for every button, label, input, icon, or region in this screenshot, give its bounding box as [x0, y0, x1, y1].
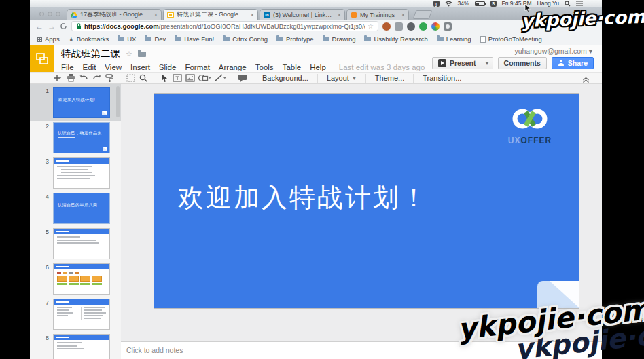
close-icon[interactable]: ×: [153, 12, 158, 18]
current-slide[interactable]: 欢迎加入特战计划！ UXOFFER: [154, 93, 579, 309]
apps-grid-icon: [37, 37, 42, 42]
zoom-icon[interactable]: [139, 73, 148, 83]
menu-help[interactable]: Help: [310, 63, 326, 71]
redo-icon[interactable]: [92, 73, 101, 83]
tab-title: 特战班第二课 - Google Sli: [177, 10, 247, 19]
bookmark-folder-dev[interactable]: Dev: [145, 35, 166, 43]
insert-line-icon[interactable]: [214, 73, 226, 83]
account-email[interactable]: yuhanguw@gmail.com ▾: [514, 47, 592, 55]
present-button[interactable]: Present: [432, 57, 482, 69]
thumbnail-slide-7[interactable]: [53, 299, 110, 330]
thumbnail-slide-5[interactable]: [53, 228, 110, 259]
slides-logo[interactable]: [30, 45, 54, 72]
spotlight-icon[interactable]: [565, 1, 571, 7]
play-icon: [438, 59, 446, 67]
bookmark-folder-citrix[interactable]: Citrix Config: [223, 35, 268, 43]
theme-button[interactable]: Theme...: [372, 74, 408, 82]
undo-icon[interactable]: [79, 73, 88, 83]
bookmark-folder-learning[interactable]: Learning: [437, 35, 471, 43]
menu-arrange[interactable]: Arrange: [219, 63, 247, 71]
present-dropdown[interactable]: ▼: [482, 57, 493, 69]
star-icon: ★: [69, 36, 74, 43]
menu-insert[interactable]: Insert: [130, 63, 150, 71]
menu-slide[interactable]: Slide: [159, 63, 177, 71]
slides-favicon: [167, 12, 174, 18]
bookmark-folder-usability[interactable]: Usability Research: [364, 35, 427, 43]
menu-tools[interactable]: Tools: [255, 63, 274, 71]
back-button[interactable]: ←: [35, 22, 43, 31]
bookmark-bookmarks[interactable]: ★Bookmarks: [69, 35, 109, 43]
share-button[interactable]: Share: [552, 57, 594, 69]
insert-shape-icon[interactable]: [198, 73, 211, 83]
menubar-app-icon[interactable]: g: [433, 1, 440, 7]
last-edit-status[interactable]: Last edit was 3 days ago: [339, 63, 425, 71]
sync-app-icon[interactable]: S: [490, 1, 497, 7]
text-box-icon[interactable]: [173, 73, 182, 83]
new-slide-button[interactable]: [53, 73, 62, 83]
tab-linkedin[interactable]: in (3) Welcome! | LinkedIn ×: [260, 9, 345, 20]
menu-view[interactable]: View: [105, 63, 122, 71]
move-folder-icon[interactable]: [138, 52, 146, 57]
address-bar[interactable]: https://docs.google.com/presentation/d/1…: [71, 21, 378, 31]
bookmark-folder-ux[interactable]: UX: [118, 35, 136, 43]
tab-my-trainings[interactable]: My Trainings ×: [346, 9, 409, 20]
tab-google-slides[interactable]: 特战班第二课 - Google Sli ×: [163, 9, 258, 20]
close-icon[interactable]: ×: [336, 12, 341, 18]
extension-icon-3[interactable]: [407, 22, 415, 31]
wifi-icon[interactable]: [445, 1, 452, 7]
bookmark-protogotomeeting[interactable]: ProtoGoToMeeting: [480, 35, 542, 43]
extension-icon-5[interactable]: [431, 22, 440, 31]
close-icon[interactable]: ×: [249, 12, 254, 18]
notification-center-icon[interactable]: [576, 1, 583, 6]
comments-button[interactable]: Comments: [498, 57, 547, 69]
menu-file[interactable]: File: [61, 63, 74, 71]
thumbnail-slide-8[interactable]: [53, 334, 110, 359]
extension-icon-1[interactable]: [382, 22, 391, 31]
menu-table[interactable]: Table: [283, 63, 302, 71]
mac-screen: g 34% S Fri 9:45 PM Hang Yu 17春季: [30, 0, 602, 359]
slide-number: 7: [37, 299, 49, 306]
folder-icon: [437, 37, 444, 41]
window-controls[interactable]: [39, 12, 60, 16]
filmstrip-scrollbar[interactable]: [116, 86, 120, 117]
slide-number: 8: [37, 335, 49, 341]
paint-format-icon[interactable]: [105, 73, 114, 83]
trainings-favicon: [351, 12, 357, 18]
background-button[interactable]: Background...: [259, 74, 312, 82]
extension-icon-2[interactable]: [395, 22, 403, 31]
select-cursor-icon[interactable]: [160, 73, 169, 83]
insert-comment-icon[interactable]: [238, 73, 247, 83]
insert-image-icon[interactable]: [185, 73, 195, 83]
menu-format[interactable]: Format: [185, 63, 209, 71]
thumb-diagram-blocks: [57, 276, 106, 282]
bookmark-folder-drawing[interactable]: Drawing: [323, 35, 356, 43]
transition-button[interactable]: Transition...: [419, 74, 465, 82]
bookmark-folder-have-fun[interactable]: Have Fun!: [175, 35, 214, 43]
print-icon[interactable]: [66, 73, 75, 83]
tab-google-drive[interactable]: 17春季特战班 - Google Dri ×: [67, 9, 162, 20]
bookmarks-bar: Apps ★Bookmarks UX Dev Have Fun! Citrix …: [30, 33, 602, 45]
bookmark-folder-prototype[interactable]: Prototype: [276, 35, 314, 43]
layout-button[interactable]: Layout▼: [323, 74, 360, 82]
close-icon[interactable]: ×: [400, 12, 405, 18]
new-tab-button[interactable]: [413, 10, 433, 19]
menu-edit[interactable]: Edit: [83, 63, 96, 71]
thumbnail-slide-6[interactable]: [53, 263, 110, 295]
slide-number: 5: [37, 229, 49, 235]
zoom-fit-icon[interactable]: [126, 73, 135, 83]
extension-icon-4[interactable]: [419, 22, 427, 31]
menubar-username[interactable]: Hang Yu: [537, 0, 559, 7]
thumbnail-slide-2[interactable]: 认识自己，确定作品集: [53, 122, 110, 153]
star-doc-icon[interactable]: ☆: [126, 50, 132, 58]
thumbnail-slide-4[interactable]: 认清自己的半斤八两: [53, 193, 110, 224]
slide-title[interactable]: 欢迎加入特战计划！: [178, 181, 429, 215]
thumbnail-slide-1[interactable]: 欢迎加入特战计划!: [53, 87, 110, 118]
extension-icon-6[interactable]: [444, 22, 452, 31]
thumbnail-slide-3[interactable]: [53, 157, 110, 189]
bookmark-apps[interactable]: Apps: [37, 35, 60, 43]
thumb-header-bar: [54, 335, 109, 340]
bookmark-star-icon[interactable]: ☆: [368, 22, 374, 30]
reload-button[interactable]: [60, 20, 67, 33]
doc-title[interactable]: 特战班第二课: [61, 48, 120, 60]
forward-button[interactable]: →: [48, 22, 56, 31]
